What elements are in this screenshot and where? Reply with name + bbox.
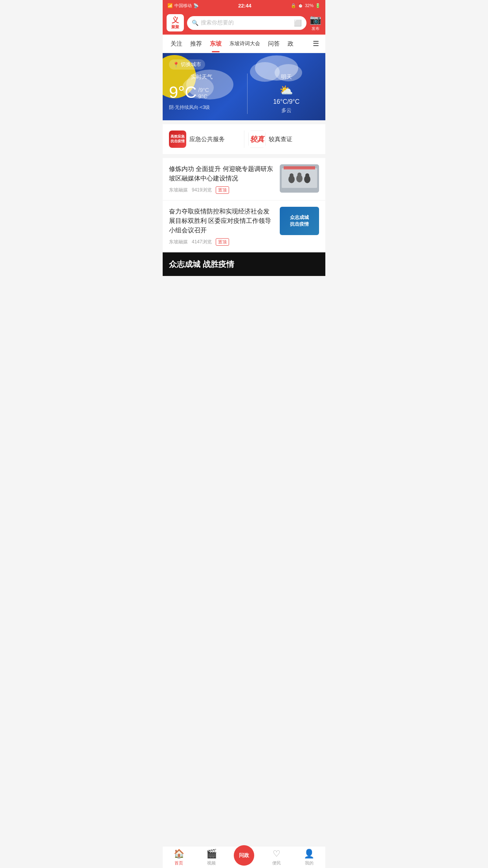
service-verification[interactable]: 较真 较真查证 — [248, 131, 319, 148]
weather-content: 📍 切换城市 实时天气 9°C /9°C9°C 阴·无持续风向·<3级 明天 ⛅… — [169, 59, 319, 114]
article-2-top-badge[interactable]: 置顶 — [216, 238, 229, 246]
battery-icon: 🔋 — [315, 3, 321, 8]
services-row: 高效应急抗击疫情 应急公共服务 较真 较真查证 — [163, 124, 325, 154]
status-bar: 📶 中国移动 📡 22:44 🔒 ⏰ 32% 🔋 — [163, 0, 325, 11]
partly-cloudy-icon: ⛅ — [279, 84, 293, 97]
service-emergency[interactable]: 高效应急抗击疫情 应急公共服务 — [169, 131, 240, 148]
search-bar[interactable]: 🔍 搜索你想要的 ⬜ — [187, 16, 306, 30]
switch-city-button[interactable]: 📍 切换城市 — [169, 59, 205, 70]
logo-text: 义 聚聚 — [171, 16, 179, 29]
app-logo[interactable]: 义 聚聚 — [167, 14, 184, 31]
nav-tabs: 关注 推荐 东坡 东坡诗词大会 问答 政 ☰ — [163, 35, 325, 53]
article-2-source: 东坡融媒 — [169, 239, 188, 245]
location-icon: 📍 — [173, 62, 179, 68]
app-header: 义 聚聚 🔍 搜索你想要的 ⬜ 📷 发布 — [163, 11, 325, 35]
article-1-top-badge[interactable]: 置顶 — [216, 186, 229, 194]
verification-label: 较真查证 — [269, 136, 292, 143]
banner-text: 众志成城 战胜疫情 — [169, 259, 234, 270]
current-weather-label: 实时天气 — [169, 74, 235, 81]
weather-widget: 📍 切换城市 实时天气 9°C /9°C9°C 阴·无持续风向·<3级 明天 ⛅… — [163, 53, 325, 120]
tomorrow-desc: 多云 — [281, 107, 292, 114]
weather-divider — [247, 74, 248, 114]
article-2-thumbnail: 众志成城抗击疫情 — [280, 207, 319, 235]
tomorrow-temp: 16°C/9°C — [273, 98, 299, 105]
article-1-title: 修炼内功 全面提升 何迎晓专题调研东坡区融媒体中心建设情况 — [169, 164, 275, 183]
status-right: 🔒 ⏰ 32% 🔋 — [291, 3, 321, 8]
weather-tomorrow: 明天 ⛅ 16°C/9°C 多云 — [254, 74, 319, 114]
search-icon: 🔍 — [192, 20, 198, 26]
weather-description: 阴·无持续风向·<3级 — [169, 104, 235, 111]
article-1-thumb-image — [280, 164, 319, 193]
search-placeholder: 搜索你想要的 — [201, 19, 292, 26]
status-left: 📶 中国移动 📡 — [167, 3, 199, 9]
article-2-title: 奋力夺取疫情防控和实现经济社会发展目标双胜利 区委应对疫情工作领导小组会议召开 — [169, 207, 275, 235]
tab-poetry[interactable]: 东坡诗词大会 — [226, 35, 264, 52]
verification-icon: 较真 — [248, 131, 266, 148]
camera-icon: 📷 — [310, 14, 321, 25]
article-1-views: 9419浏览 — [192, 187, 212, 193]
emergency-icon-box: 高效应急抗击疫情 — [169, 131, 186, 148]
article-2-content: 奋力夺取疫情防控和实现经济社会发展目标双胜利 区委应对疫情工作领导小组会议召开 … — [169, 207, 275, 246]
tab-follow[interactable]: 关注 — [167, 35, 186, 52]
tab-dongpo[interactable]: 东坡 — [206, 35, 226, 52]
publish-label: 发布 — [312, 26, 319, 31]
article-2-thumb-image: 众志成城抗击疫情 — [280, 207, 319, 235]
article-1-thumbnail — [280, 164, 319, 193]
carrier-name: 中国移动 — [174, 3, 192, 9]
switch-city-label: 切换城市 — [181, 61, 201, 68]
tab-qa[interactable]: 问答 — [264, 35, 284, 52]
news-article-2[interactable]: 奋力夺取疫情防控和实现经济社会发展目标双胜利 区委应对疫情工作领导小组会议召开 … — [163, 200, 325, 252]
svg-point-13 — [297, 173, 301, 177]
signal-icon: 📶 — [167, 3, 173, 8]
lock-icon: 🔒 — [291, 3, 296, 8]
article-2-views: 4147浏览 — [192, 239, 212, 245]
current-temp: 9°C — [169, 83, 197, 102]
article-2-meta: 东坡融媒 4147浏览 置顶 — [169, 238, 275, 246]
svg-point-11 — [290, 173, 294, 177]
status-time: 22:44 — [238, 3, 251, 9]
bottom-banner[interactable]: 众志成城 战胜疫情 — [163, 252, 325, 276]
battery-level: 32% — [305, 3, 314, 8]
wifi-icon: 📡 — [193, 3, 199, 8]
weather-current: 实时天气 9°C /9°C9°C 阴·无持续风向·<3级 — [169, 74, 241, 114]
scan-icon[interactable]: ⬜ — [294, 19, 302, 27]
verification-icon-box: 较真 — [248, 131, 266, 148]
tab-recommend[interactable]: 推荐 — [186, 35, 206, 52]
tab-politics[interactable]: 政 — [284, 35, 297, 52]
temp-range: /9°C9°C — [198, 87, 209, 102]
tomorrow-label: 明天 — [281, 74, 292, 81]
alarm-icon: ⏰ — [298, 3, 303, 8]
emergency-icon: 高效应急抗击疫情 — [169, 131, 186, 148]
nav-more-icon[interactable]: ☰ — [310, 35, 321, 53]
svg-point-15 — [305, 173, 309, 177]
article-1-content: 修炼内功 全面提升 何迎晓专题调研东坡区融媒体中心建设情况 东坡融媒 9419浏… — [169, 164, 275, 194]
news-article-1[interactable]: 修炼内功 全面提升 何迎晓专题调研东坡区融媒体中心建设情况 东坡融媒 9419浏… — [163, 158, 325, 200]
publish-button[interactable]: 📷 发布 — [310, 14, 321, 31]
svg-rect-9 — [284, 166, 315, 169]
article-1-meta: 东坡融媒 9419浏览 置顶 — [169, 186, 275, 194]
news-section: 修炼内功 全面提升 何迎晓专题调研东坡区融媒体中心建设情况 东坡融媒 9419浏… — [163, 158, 325, 252]
emergency-label: 应急公共服务 — [189, 136, 225, 143]
service-divider — [244, 131, 244, 148]
article-1-source: 东坡融媒 — [169, 187, 188, 193]
